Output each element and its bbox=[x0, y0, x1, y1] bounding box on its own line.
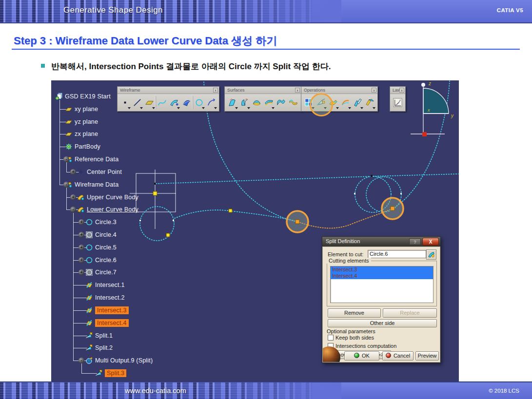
tree-node-label[interactable]: Intersect.1 bbox=[95, 282, 125, 288]
tree-node-label[interactable]: Circle.6 bbox=[95, 257, 117, 264]
dropdown-arrow-icon[interactable] bbox=[128, 107, 131, 109]
collapse-node-icon[interactable]: - bbox=[63, 182, 69, 188]
point-tool-icon[interactable] bbox=[119, 96, 131, 109]
curve-spline[interactable] bbox=[175, 210, 297, 222]
toolbar-title[interactable]: Wireframex bbox=[118, 87, 219, 94]
conic-tool-icon[interactable] bbox=[205, 96, 217, 109]
collapse-node-icon[interactable]: - bbox=[79, 358, 84, 363]
toolbar-title[interactable]: Lawx bbox=[390, 87, 405, 94]
curve-horizontal-line[interactable] bbox=[156, 174, 458, 184]
tree-node-label[interactable]: Split.1 bbox=[95, 332, 113, 339]
dialog-help-button[interactable]: ? bbox=[409, 238, 421, 245]
law-tool-icon[interactable] bbox=[392, 96, 404, 109]
collapse-node-icon[interactable]: - bbox=[70, 207, 76, 212]
tree-node-label[interactable]: yz plane bbox=[75, 118, 98, 125]
toolbar-close-icon[interactable]: x bbox=[372, 88, 376, 93]
tree-node-label[interactable]: Center Point bbox=[87, 169, 122, 175]
tree-node-label[interactable]: PartBody bbox=[75, 143, 100, 150]
expand-node-icon[interactable]: + bbox=[79, 257, 84, 263]
expand-node-icon[interactable]: + bbox=[70, 169, 76, 175]
tree-node-label[interactable]: Intersect.4 bbox=[95, 319, 129, 327]
dropdown-arrow-icon[interactable] bbox=[336, 107, 339, 109]
tree-connector-line bbox=[59, 100, 60, 185]
plane-origin-point[interactable] bbox=[153, 191, 157, 195]
sweep-surface-tool-icon[interactable] bbox=[275, 96, 287, 109]
toolbar-close-icon[interactable]: x bbox=[295, 88, 300, 93]
replace-button[interactable]: Replace bbox=[383, 308, 437, 318]
tree-node-label[interactable]: Lower Curve Body bbox=[87, 206, 138, 213]
dropdown-arrow-icon[interactable] bbox=[272, 107, 275, 109]
dropdown-arrow-icon[interactable] bbox=[140, 107, 143, 109]
offset-tool-icon[interactable] bbox=[263, 96, 275, 109]
copyright-label: © 2018 LCS bbox=[489, 388, 519, 394]
dropdown-arrow-icon[interactable] bbox=[348, 107, 351, 109]
sweep-curve-tool-icon[interactable] bbox=[168, 96, 180, 109]
tree-node-label[interactable]: zx plane bbox=[75, 131, 98, 137]
expand-node-icon[interactable]: + bbox=[79, 269, 84, 275]
patch-curve-tool-icon[interactable] bbox=[180, 96, 193, 109]
cutting-elements-list[interactable]: Intersect.3Intersect.4 bbox=[330, 266, 433, 303]
tree-node-label[interactable]: Upper Curve Body bbox=[87, 194, 138, 201]
tree-node-label[interactable]: Split.2 bbox=[95, 344, 113, 351]
dialog-close-button[interactable]: X bbox=[422, 238, 439, 246]
extract-tool-icon[interactable] bbox=[352, 96, 364, 109]
preview-button[interactable]: Preview bbox=[415, 351, 439, 361]
blend-tool-icon[interactable] bbox=[287, 96, 299, 109]
collapse-node-icon[interactable]: - bbox=[63, 156, 69, 162]
circle-tool-icon[interactable] bbox=[193, 96, 205, 109]
expand-node-icon[interactable]: + bbox=[79, 245, 84, 250]
tree-node-label[interactable]: Intersect.3 bbox=[95, 306, 129, 314]
tree-node-label[interactable]: Circle.5 bbox=[95, 244, 117, 251]
toolbar-close-icon[interactable]: x bbox=[213, 88, 218, 93]
dropdown-arrow-icon[interactable] bbox=[360, 107, 363, 109]
tree-node-label[interactable]: Intersect.2 bbox=[95, 294, 125, 301]
dialog-titlebar[interactable]: Split Definition ? X bbox=[322, 237, 440, 247]
expand-node-icon[interactable]: + bbox=[79, 232, 84, 238]
boundary-tool-icon[interactable] bbox=[339, 96, 352, 109]
tree-node-label[interactable]: Reference Data bbox=[75, 156, 118, 163]
tree-node-label[interactable]: Wireframe Data bbox=[75, 181, 118, 188]
tree-node: Upper Curve Body bbox=[77, 193, 138, 202]
spline-tool-icon[interactable] bbox=[156, 96, 168, 109]
element-to-cut-field[interactable]: Circle.6 bbox=[368, 250, 426, 258]
dropdown-arrow-icon[interactable] bbox=[177, 107, 180, 109]
plane-tool-icon[interactable] bbox=[143, 96, 156, 109]
dropdown-arrow-icon[interactable] bbox=[373, 107, 375, 109]
bullet-segment: 반복해서, bbox=[51, 62, 89, 71]
tree-node-label[interactable]: GSD EX19 Start bbox=[65, 93, 111, 100]
dropdown-arrow-icon[interactable] bbox=[247, 107, 250, 109]
tree-node-label[interactable]: Split.3 bbox=[105, 369, 126, 377]
revolve-tool-icon[interactable] bbox=[238, 96, 251, 109]
expand-node-icon[interactable]: + bbox=[79, 219, 84, 225]
checkbox-keep-both-sides[interactable] bbox=[328, 335, 334, 341]
element-selector-icon[interactable] bbox=[426, 249, 436, 260]
tree-node-label[interactable]: Circle.7 bbox=[95, 269, 117, 276]
tree-node-label[interactable]: Circle.4 bbox=[95, 231, 117, 238]
bullet-segment: Circle bbox=[229, 62, 252, 71]
extrude-tool-icon[interactable] bbox=[226, 96, 238, 109]
other-side-button[interactable]: Other side bbox=[328, 319, 437, 327]
cutting-element-item[interactable]: Intersect.3 bbox=[331, 266, 433, 273]
tree-node-label[interactable]: Multi Output.9 (Split) bbox=[95, 357, 153, 364]
dropdown-arrow-icon[interactable] bbox=[152, 107, 155, 109]
remove-button[interactable]: Remove bbox=[328, 308, 381, 318]
toolbar-title[interactable]: Operationsx bbox=[301, 87, 377, 94]
toolbar-close-icon[interactable]: x bbox=[399, 88, 404, 93]
sphere-tool-icon[interactable] bbox=[251, 96, 263, 109]
expand-node-icon[interactable]: + bbox=[70, 194, 76, 200]
cutting-element-item[interactable]: Intersect.4 bbox=[331, 273, 433, 279]
dropdown-arrow-icon[interactable] bbox=[214, 107, 217, 109]
checkbox-label: Keep both sides bbox=[335, 335, 374, 341]
dropdown-arrow-icon[interactable] bbox=[202, 107, 205, 109]
dropdown-arrow-icon[interactable] bbox=[235, 107, 238, 109]
transform-tool-icon[interactable] bbox=[364, 96, 376, 109]
tree-node-label[interactable]: Circle.3 bbox=[95, 219, 117, 226]
tree-node-label[interactable]: xy plane bbox=[75, 106, 98, 113]
line-tool-icon[interactable] bbox=[131, 96, 143, 109]
tree-node: Split.3 bbox=[95, 369, 126, 378]
compass[interactable]: z y x bbox=[411, 81, 454, 136]
bullet-text: 반복해서, Intersection Points 결과물로 아래의 Circl… bbox=[41, 61, 331, 72]
cancel-button[interactable]: Cancel bbox=[382, 351, 414, 361]
toolbar-title[interactable]: Surfacesx bbox=[225, 87, 301, 94]
ok-button[interactable]: OK bbox=[344, 351, 379, 361]
